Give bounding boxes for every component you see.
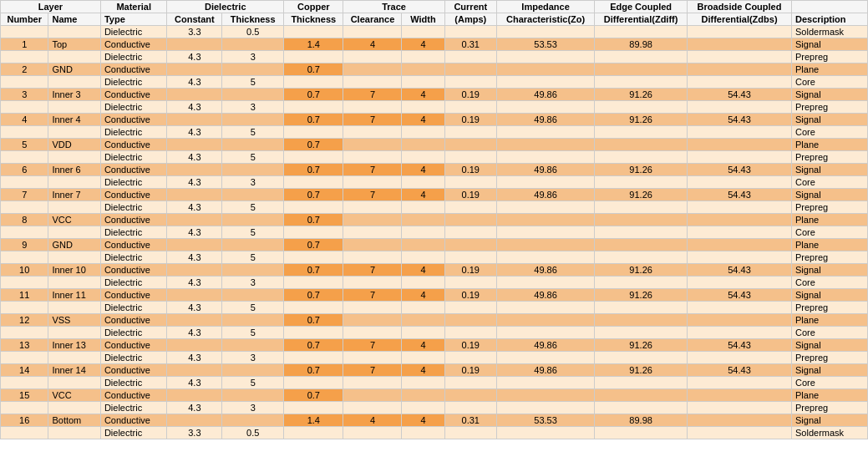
row-number: 8 (1, 214, 48, 226)
table-cell: 49.86 (497, 114, 595, 126)
table-cell (402, 101, 444, 114)
table-cell: 91.26 (595, 289, 688, 302)
table-cell (343, 352, 402, 364)
table-cell: 54.43 (688, 289, 792, 302)
table-cell: 0.7 (284, 89, 343, 101)
row-description: Prepreg (792, 352, 868, 364)
table-row: 6Inner 6Conductive0.7740.1949.8691.2654.… (1, 164, 868, 176)
table-cell: 4 (402, 414, 444, 427)
table-cell (222, 414, 284, 427)
table-cell (402, 51, 444, 63)
table-cell: 54.43 (688, 114, 792, 126)
table-cell (343, 427, 402, 439)
row-type: Dielectric (100, 226, 167, 239)
table-cell: 4 (402, 289, 444, 302)
table-cell: 5 (222, 251, 284, 264)
table-cell (595, 51, 688, 63)
row-layer-name (48, 51, 100, 63)
table-cell (497, 26, 595, 38)
table-row: Dielectric4.33Prepreg (1, 101, 868, 114)
constant-col-header: Constant (167, 13, 222, 26)
table-cell: 91.26 (595, 364, 688, 377)
row-description: Signal (792, 89, 868, 101)
table-cell (402, 427, 444, 439)
table-row: Dielectric3.30.5Soldermask (1, 427, 868, 439)
table-cell (167, 239, 222, 251)
row-number (1, 352, 48, 364)
table-cell: 91.26 (595, 339, 688, 352)
row-type: Dielectric (100, 427, 167, 439)
row-type: Dielectric (100, 327, 167, 339)
table-cell: 0.19 (444, 164, 496, 176)
table-cell (222, 364, 284, 377)
table-cell: 54.43 (688, 189, 792, 201)
row-layer-name (48, 201, 100, 214)
table-cell (497, 277, 595, 289)
impedance-header: Impedance (497, 1, 595, 13)
table-cell: 4.3 (167, 51, 222, 63)
row-description: Core (792, 377, 868, 389)
row-layer-name: Bottom (48, 414, 100, 427)
table-cell: 3.3 (167, 26, 222, 38)
table-cell (497, 51, 595, 63)
row-number (1, 51, 48, 63)
header-row-2: Number Name Type Constant Thickness Thic… (1, 13, 868, 26)
table-cell (222, 389, 284, 402)
table-row: Dielectric4.33Prepreg (1, 402, 868, 414)
row-description: Signal (792, 114, 868, 126)
broadside-diff-col-header: Differential(Zdbs) (688, 13, 792, 26)
row-layer-name: Inner 7 (48, 189, 100, 201)
table-cell (497, 251, 595, 264)
table-cell: 3 (222, 176, 284, 189)
table-cell: 4.3 (167, 76, 222, 89)
table-cell: 0.19 (444, 114, 496, 126)
table-cell (688, 26, 792, 38)
table-body: Dielectric3.30.5Soldermask1TopConductive… (1, 26, 868, 439)
table-cell (688, 251, 792, 264)
row-description: Plane (792, 139, 868, 151)
table-cell (222, 63, 284, 76)
row-layer-name (48, 377, 100, 389)
table-row: 2GNDConductive0.7Plane (1, 63, 868, 76)
row-number (1, 251, 48, 264)
table-cell (402, 402, 444, 414)
table-cell: 0.19 (444, 339, 496, 352)
row-description: Signal (792, 339, 868, 352)
table-cell (343, 76, 402, 89)
table-row: Dielectric4.33Prepreg (1, 352, 868, 364)
table-cell (402, 214, 444, 226)
table-cell: 4 (402, 164, 444, 176)
table-cell (595, 26, 688, 38)
table-cell: 49.86 (497, 364, 595, 377)
table-cell (402, 389, 444, 402)
table-cell (222, 314, 284, 327)
row-layer-name: GND (48, 239, 100, 251)
table-row: 9GNDConductive0.7Plane (1, 239, 868, 251)
table-cell: 53.53 (497, 414, 595, 427)
table-cell (167, 63, 222, 76)
table-row: Dielectric4.35Prepreg (1, 251, 868, 264)
table-cell (444, 327, 496, 339)
table-cell: 7 (343, 264, 402, 277)
table-row: Dielectric4.35Core (1, 76, 868, 89)
desc-spacer (792, 1, 868, 13)
table-cell (402, 76, 444, 89)
row-description: Plane (792, 239, 868, 251)
row-layer-name: GND (48, 63, 100, 76)
table-cell: 7 (343, 289, 402, 302)
table-cell: 7 (343, 364, 402, 377)
table-cell: 0.7 (284, 389, 343, 402)
row-layer-name (48, 327, 100, 339)
table-cell: 4.3 (167, 402, 222, 414)
row-type: Dielectric (100, 176, 167, 189)
row-layer-name: VCC (48, 214, 100, 226)
table-cell (595, 239, 688, 251)
table-cell (444, 151, 496, 164)
table-cell: 0.7 (284, 63, 343, 76)
table-cell (284, 352, 343, 364)
table-cell: 91.26 (595, 264, 688, 277)
table-cell (688, 76, 792, 89)
table-cell (444, 176, 496, 189)
row-type: Dielectric (100, 277, 167, 289)
table-cell: 89.98 (595, 38, 688, 51)
